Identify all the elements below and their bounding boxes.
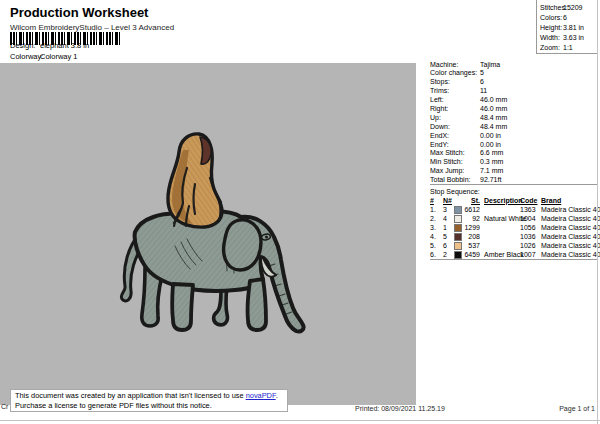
machine-detail-value: 5 xyxy=(480,69,484,78)
cell-needle: 6 xyxy=(443,241,454,250)
col-header-num: # xyxy=(430,196,443,205)
cell-num: 5. xyxy=(430,241,443,250)
cell-num: 6. xyxy=(430,250,443,259)
thread-color-swatch xyxy=(454,215,462,223)
machine-detail-row: Machine:Tajima xyxy=(430,61,598,70)
machine-detail-label: Stops: xyxy=(430,78,480,87)
machine-detail-row: Right:46.0 mm xyxy=(430,105,598,114)
stat-value: 6 xyxy=(563,13,567,23)
stat-label: Width: xyxy=(540,33,563,43)
novapdf-link[interactable]: novaPDF xyxy=(246,391,276,400)
printed-timestamp: Printed: 08/09/2021 11.25.19 xyxy=(330,405,470,412)
cell-code: 1004 xyxy=(520,214,541,223)
notice-line-1: This document was created by an applicat… xyxy=(15,391,283,401)
machine-detail-row: Up:48.4 mm xyxy=(430,114,598,123)
machine-detail-row: EndX:0.00 in xyxy=(430,132,598,141)
cell-swatch xyxy=(454,241,464,250)
stat-row: Stitches:15209 xyxy=(540,3,598,13)
cell-swatch xyxy=(454,250,464,259)
thread-color-swatch xyxy=(454,251,462,259)
page-bottom-border xyxy=(0,420,600,421)
machine-detail-label: EndX: xyxy=(430,132,480,141)
cell-num: 4. xyxy=(430,232,443,241)
stop-sequence-row: 5. 6 537 1026 Madeira Classic 40 xyxy=(430,241,598,250)
cell-stitches: 208 xyxy=(464,232,480,241)
machine-detail-label: EndY: xyxy=(430,141,480,150)
machine-detail-value: 7.1 mm xyxy=(480,167,503,176)
elephant-near-hind-leg xyxy=(172,284,193,330)
stat-row: Zoom:1:1 xyxy=(540,43,598,53)
cell-swatch xyxy=(454,214,464,223)
cell-description xyxy=(480,205,520,214)
cell-needle: 5 xyxy=(443,232,454,241)
stop-sequence-bottom-divider xyxy=(430,259,597,260)
cell-brand: Madeira Classic 40 xyxy=(541,223,598,232)
machine-detail-value: 6 xyxy=(480,78,484,87)
machine-details-panel: Machine:Tajima Color changes:5 Stops:6 T… xyxy=(430,61,598,185)
cell-code: 1363 xyxy=(520,205,541,214)
machine-detail-row: Down:48.4 mm xyxy=(430,123,598,132)
page-right-border xyxy=(597,0,598,424)
cell-description xyxy=(480,223,520,232)
cell-swatch xyxy=(454,223,464,232)
cell-needle: 1 xyxy=(443,223,454,232)
cell-brand: Madeira Classic 40 xyxy=(541,232,598,241)
machine-detail-label: Max Jump: xyxy=(430,167,480,176)
stats-panel: Stitches:15209 Colors:6 Height:3.81 in W… xyxy=(536,0,598,54)
stop-sequence-row: 1. 3 6612 1363 Madeira Classic 40 xyxy=(430,205,598,214)
machine-detail-row: Max Jump:7.1 mm xyxy=(430,167,598,176)
design-row: Design: elephant 3.8 in xyxy=(10,41,89,50)
machine-detail-label: Max Stitch: xyxy=(430,149,480,158)
cell-description: Amber Black xyxy=(480,250,520,259)
machine-detail-value: 48.4 mm xyxy=(480,114,507,123)
stat-label: Stitches: xyxy=(540,3,563,13)
cell-code: 1007 xyxy=(520,250,541,259)
machine-detail-value: 11 xyxy=(480,87,487,96)
machine-detail-label: Left: xyxy=(430,96,480,105)
cell-stitches: 6459 xyxy=(464,250,480,259)
machine-detail-row: Stops:6 xyxy=(430,78,598,87)
cell-stitches: 537 xyxy=(464,241,480,250)
elephant-pupil xyxy=(265,236,268,239)
cell-num: 1. xyxy=(430,205,443,214)
thread-color-swatch xyxy=(454,206,462,214)
stop-sequence-title: Stop Sequence: xyxy=(430,187,480,196)
page-number: Page 1 of 1 xyxy=(538,405,595,412)
col-header-needle: N# xyxy=(443,196,454,205)
cell-needle: 4 xyxy=(443,214,454,223)
elephant-near-front-leg xyxy=(248,279,266,330)
stat-value: 1:1 xyxy=(563,43,573,53)
stop-sequence-row: 2. 4 92 Natural White 1004 Madeira Class… xyxy=(430,214,598,223)
stat-value: 3.63 in xyxy=(563,33,584,43)
stat-row: Height:3.81 in xyxy=(540,23,598,33)
machine-detail-value: 0.3 mm xyxy=(480,158,503,167)
design-label: Design: xyxy=(10,41,40,50)
cell-needle: 3 xyxy=(443,205,454,214)
stat-row: Colors:6 xyxy=(540,13,598,23)
stat-label: Zoom: xyxy=(540,43,563,53)
cell-stitches: 1299 xyxy=(464,223,480,232)
machine-detail-label: Min Stitch: xyxy=(430,158,480,167)
machine-detail-label: Up: xyxy=(430,114,480,123)
machine-detail-value: 46.0 mm xyxy=(480,96,507,105)
col-header-brand: Brand xyxy=(541,196,598,205)
cell-stitches: 92 xyxy=(464,214,480,223)
col-header-swatch xyxy=(454,196,464,205)
machine-detail-value: 48.4 mm xyxy=(480,123,507,132)
cell-brand: Madeira Classic 40 xyxy=(541,241,598,250)
stop-sequence-table: # N# St. Description Code Brand 1. 3 661… xyxy=(430,196,598,259)
notice-line-2: Purchase a license to generate PDF files… xyxy=(15,401,283,411)
cell-code: 1026 xyxy=(520,241,541,250)
cell-brand: Madeira Classic 40 xyxy=(541,250,598,259)
cell-stitches: 6612 xyxy=(464,205,480,214)
stat-label: Colors: xyxy=(540,13,563,23)
colorway-value: Colorway 1 xyxy=(40,52,78,61)
thread-color-swatch xyxy=(454,242,462,250)
col-header-description: Description xyxy=(480,196,520,205)
elephant-ear xyxy=(224,220,261,270)
cell-description xyxy=(480,241,520,250)
machine-detail-value: 46.0 mm xyxy=(480,105,507,114)
stat-label: Height: xyxy=(540,23,563,33)
thread-color-swatch xyxy=(454,224,462,232)
stop-sequence-divider xyxy=(430,184,597,185)
